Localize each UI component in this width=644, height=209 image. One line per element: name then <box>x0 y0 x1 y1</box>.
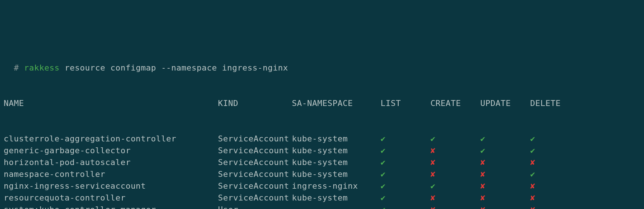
cell-create: ✘ <box>430 204 480 209</box>
table-row: generic-garbage-collectorServiceAccountk… <box>4 145 640 157</box>
check-icon: ✔ <box>480 145 485 157</box>
cell-create: ✔ <box>430 180 480 192</box>
cross-icon: ✘ <box>530 192 535 204</box>
cell-list: ✔ <box>381 204 430 209</box>
cell-sa-namespace: ingress-nginx <box>292 180 381 192</box>
cell-name: system:kube-controller-manager <box>4 204 218 209</box>
cell-name: clusterrole-aggregation-controller <box>4 133 218 145</box>
cell-sa-namespace: kube-system <box>292 168 381 180</box>
cell-name: horizontal-pod-autoscaler <box>4 157 218 168</box>
header-sa-namespace: SA-NAMESPACE <box>292 97 381 109</box>
check-icon: ✔ <box>381 204 386 209</box>
cell-name: resourcequota-controller <box>4 192 218 204</box>
check-icon: ✔ <box>381 168 386 180</box>
cell-name: namespace-controller <box>4 168 218 180</box>
cell-kind: ServiceAccount <box>218 180 292 192</box>
check-icon: ✔ <box>430 133 436 145</box>
cross-icon: ✘ <box>430 157 436 168</box>
cell-list: ✔ <box>381 145 430 157</box>
cell-kind: ServiceAccount <box>218 145 292 157</box>
cross-icon: ✘ <box>430 204 436 209</box>
cell-update: ✘ <box>480 180 530 192</box>
cell-delete: ✔ <box>530 145 580 157</box>
table-row: nginx-ingress-serviceaccountServiceAccou… <box>4 180 640 192</box>
cell-delete: ✘ <box>530 157 580 168</box>
cell-update: ✘ <box>480 204 530 209</box>
table-row: clusterrole-aggregation-controllerServic… <box>4 133 640 145</box>
cross-icon: ✘ <box>480 204 485 209</box>
cell-update: ✘ <box>480 168 530 180</box>
table-row: horizontal-pod-autoscalerServiceAccountk… <box>4 157 640 168</box>
cell-update: ✔ <box>480 133 530 145</box>
cell-name: generic-garbage-collector <box>4 145 218 157</box>
cell-sa-namespace: kube-system <box>292 133 381 145</box>
check-icon: ✔ <box>430 180 436 192</box>
cell-list: ✔ <box>381 180 430 192</box>
check-icon: ✔ <box>530 168 535 180</box>
table-row: resourcequota-controllerServiceAccountku… <box>4 192 640 204</box>
cell-create: ✘ <box>430 192 480 204</box>
cross-icon: ✘ <box>480 168 485 180</box>
cell-delete: ✘ <box>530 204 580 209</box>
table-row: namespace-controllerServiceAccountkube-s… <box>4 168 640 180</box>
cell-delete: ✔ <box>530 133 580 145</box>
cell-sa-namespace: kube-system <box>292 192 381 204</box>
cell-kind: User <box>218 204 292 209</box>
table-row: system:kube-controller-managerUser✔✘✘✘ <box>4 204 640 209</box>
cell-list: ✔ <box>381 192 430 204</box>
check-icon: ✔ <box>530 133 535 145</box>
header-list: LIST <box>381 97 430 109</box>
cell-kind: ServiceAccount <box>218 157 292 168</box>
check-icon: ✔ <box>381 133 386 145</box>
table-header-row: NAME KIND SA-NAMESPACE LIST CREATE UPDAT… <box>4 97 640 109</box>
check-icon: ✔ <box>480 133 485 145</box>
cross-icon: ✘ <box>430 192 436 204</box>
command-name: rakkess <box>24 63 59 72</box>
cell-delete: ✔ <box>530 168 580 180</box>
cross-icon: ✘ <box>480 180 485 192</box>
check-icon: ✔ <box>381 192 386 204</box>
cell-delete: ✘ <box>530 180 580 192</box>
cell-kind: ServiceAccount <box>218 168 292 180</box>
cell-create: ✘ <box>430 157 480 168</box>
header-delete: DELETE <box>530 97 580 109</box>
command-line: # rakkess resource configmap --namespace… <box>4 50 640 74</box>
check-icon: ✔ <box>381 145 386 157</box>
cell-list: ✔ <box>381 168 430 180</box>
header-update: UPDATE <box>480 97 530 109</box>
cross-icon: ✘ <box>430 168 436 180</box>
command-args: resource configmap --namespace ingress-n… <box>65 63 288 72</box>
header-kind: KIND <box>218 97 292 109</box>
cross-icon: ✘ <box>430 145 436 157</box>
header-name: NAME <box>4 97 218 109</box>
cell-delete: ✘ <box>530 192 580 204</box>
prompt-hash: # <box>14 63 19 72</box>
cell-update: ✔ <box>480 145 530 157</box>
check-icon: ✔ <box>381 180 386 192</box>
cross-icon: ✘ <box>530 180 535 192</box>
cell-sa-namespace <box>292 204 381 209</box>
cell-sa-namespace: kube-system <box>292 157 381 168</box>
check-icon: ✔ <box>530 145 535 157</box>
cell-kind: ServiceAccount <box>218 192 292 204</box>
cell-name: nginx-ingress-serviceaccount <box>4 180 218 192</box>
cell-create: ✘ <box>430 145 480 157</box>
cell-create: ✘ <box>430 168 480 180</box>
cross-icon: ✘ <box>530 157 535 168</box>
cross-icon: ✘ <box>480 157 485 168</box>
cell-list: ✔ <box>381 133 430 145</box>
cell-update: ✘ <box>480 157 530 168</box>
header-create: CREATE <box>430 97 480 109</box>
cell-kind: ServiceAccount <box>218 133 292 145</box>
cross-icon: ✘ <box>480 192 485 204</box>
check-icon: ✔ <box>381 157 386 168</box>
cross-icon: ✘ <box>530 204 535 209</box>
cell-create: ✔ <box>430 133 480 145</box>
cell-update: ✘ <box>480 192 530 204</box>
cell-sa-namespace: kube-system <box>292 145 381 157</box>
cell-list: ✔ <box>381 157 430 168</box>
